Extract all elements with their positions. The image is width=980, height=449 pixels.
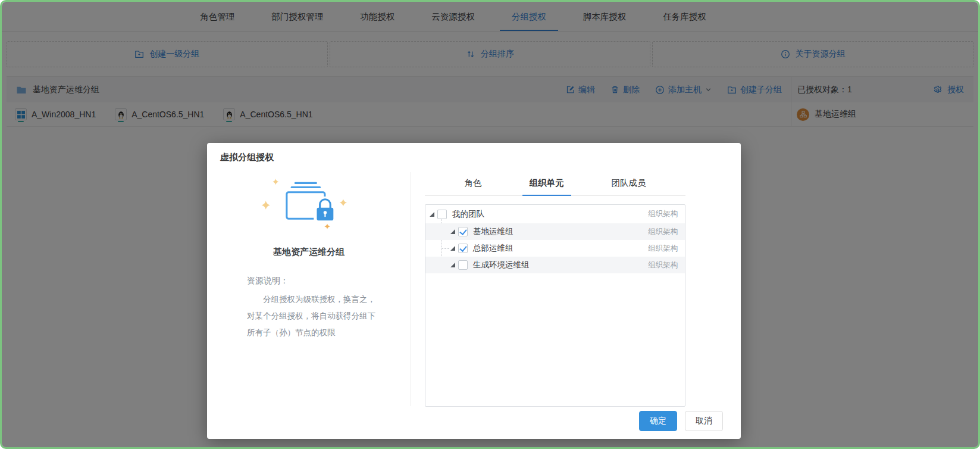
caret-expanded-icon[interactable] (430, 212, 434, 217)
dialog-title: 虚拟分组授权 (207, 143, 741, 163)
tree-row: 生成环境运维组 组织架构 (425, 257, 685, 273)
tree-checkbox[interactable] (458, 227, 468, 236)
tree-row: 我的团队 组织架构 (425, 205, 685, 223)
caret-expanded-icon[interactable] (450, 246, 455, 251)
caret-expanded-icon[interactable] (450, 263, 455, 267)
dialog-tab-team-member[interactable]: 团队成员 (605, 177, 653, 195)
cancel-button[interactable]: 取消 (685, 411, 723, 431)
org-tree: 我的团队 组织架构 基地运维组 组织架构 总部运维组 组织架构 (425, 204, 685, 407)
dialog-content: 基地资产运维分组 资源说明： 分组授权为级联授权，换言之，对某个分组授权，将自动… (207, 172, 741, 407)
ok-button[interactable]: 确定 (639, 411, 677, 431)
tree-checkbox[interactable] (458, 260, 468, 270)
tree-node-label[interactable]: 我的团队 (452, 209, 484, 220)
app-window: 角色管理 部门授权管理 功能授权 云资源授权 分组授权 脚本库授权 任务库授权 … (0, 0, 980, 449)
dialog-right-pane: 角色 组织单元 团队成员 我的团队 组织架构 (411, 172, 741, 407)
folder-lock-illustration (258, 177, 359, 233)
resource-description-label: 资源说明： (247, 276, 411, 286)
resource-description-text: 分组授权为级联授权，换言之，对某个分组授权，将自动获得分组下所有子（孙）节点的权… (247, 291, 378, 341)
tree-node-type: 组织架构 (648, 244, 685, 254)
tree-node-type: 组织架构 (648, 227, 685, 237)
tree-checkbox[interactable] (437, 210, 447, 219)
tree-node-label[interactable]: 生成环境运维组 (473, 260, 530, 270)
dialog-footer: 确定 取消 (639, 411, 723, 431)
tree-row: 基地运维组 组织架构 (425, 223, 685, 240)
dialog-left-pane: 基地资产运维分组 资源说明： 分组授权为级联授权，换言之，对某个分组授权，将自动… (207, 172, 411, 406)
tree-node-label[interactable]: 总部运维组 (473, 243, 514, 254)
tree-node-type: 组织架构 (648, 209, 685, 219)
virtual-group-auth-dialog: 虚拟分组授权 基地资产运维分组 资源说明： (207, 143, 741, 439)
tree-row: 总部运维组 组织架构 (425, 240, 685, 257)
tree-node-type: 组织架构 (648, 260, 685, 270)
dialog-tab-org-unit[interactable]: 组织单元 (522, 177, 571, 195)
dialog-tab-role[interactable]: 角色 (458, 177, 489, 195)
caret-expanded-icon[interactable] (450, 229, 455, 234)
dialog-group-name: 基地资产运维分组 (207, 247, 411, 258)
dialog-tabs: 角色 组织单元 团队成员 (425, 172, 685, 196)
tree-checkbox[interactable] (458, 244, 468, 253)
tree-node-label[interactable]: 基地运维组 (473, 226, 514, 237)
